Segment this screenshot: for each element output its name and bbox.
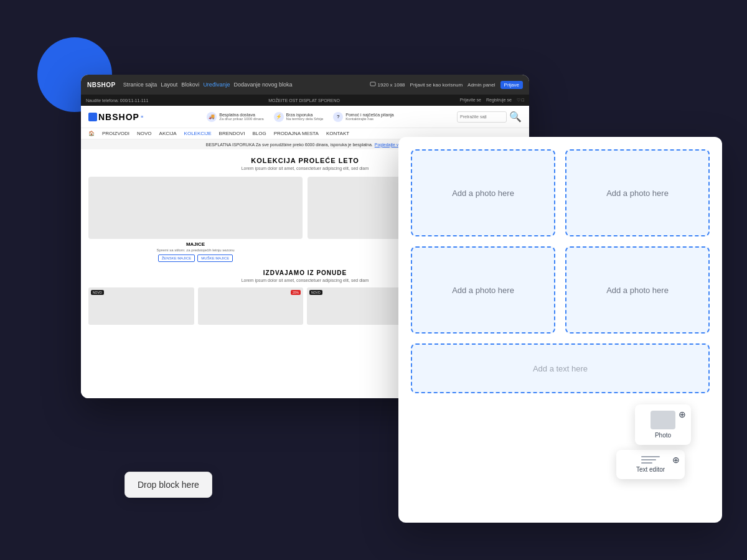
photo-placeholder-2[interactable]: Add a photo here	[565, 149, 710, 236]
photo-placeholder-3[interactable]: Add a photo here	[411, 246, 555, 334]
browser-toolbar: NBSHOP Stranice sajta Layout Blokovi Ure…	[81, 75, 529, 95]
photo-placeholder-1[interactable]: Add a photo here	[411, 149, 555, 236]
nav-novo[interactable]: NOVO	[137, 131, 152, 136]
featured-img-2	[198, 287, 304, 325]
nav-blokovi[interactable]: Blokovi	[181, 82, 199, 88]
photo-move-icon[interactable]: ⊕	[679, 409, 686, 419]
text-editor-area[interactable]: Add a text here	[411, 343, 710, 393]
logo-sup: ≡	[141, 114, 144, 119]
topbar-login[interactable]: Prijavite se	[460, 98, 481, 103]
photo-placeholder-4[interactable]: Add a photo here	[565, 246, 710, 334]
site-header: NBSHOP ≡ 🚚 Besplatna dostava Za druz pri…	[81, 106, 529, 128]
photo-grid: Add a photo here Add a photo here Add a …	[411, 149, 710, 334]
photo-placeholder-text-4: Add a photo here	[606, 286, 669, 295]
featured-item-1: NOVO	[88, 287, 194, 325]
feature-help-text: Pomoć i najčešća pitanja Kontaktirajte n…	[345, 113, 393, 121]
nav-uredjivanje[interactable]: Uređivanje	[203, 82, 230, 88]
text-drag-label: Text editor	[636, 466, 665, 473]
promo-text: BESPLATNA ISPORUKA Za sve porudžbine pre…	[206, 142, 373, 147]
feature-help: ? Pomoć i najčešća pitanja Kontaktirajte…	[333, 112, 393, 122]
nav-blog[interactable]: BLOG	[252, 131, 266, 136]
feature-fast: ⚡ Brza isporuka Na territory dela Srbije	[274, 112, 324, 122]
drag-text-element[interactable]: Text editor ⊕	[616, 450, 685, 479]
fast-icon: ⚡	[274, 112, 284, 122]
action-text: Prijavit se kao korisnum	[410, 82, 463, 88]
nav-kolekcije[interactable]: KOLEKCIJE	[184, 131, 212, 136]
drop-block-label: Drop block here	[138, 480, 199, 490]
topbar-right: Prijavite se Registruje se ♡ □	[460, 98, 524, 103]
nav-prodajna[interactable]: PRODAJNA MESTA	[274, 131, 319, 136]
item-title-1: MAJICE	[88, 241, 303, 247]
badge-novo: NOVO	[91, 290, 104, 295]
badge-novo-2: NOVO	[309, 290, 322, 295]
resolution-display: 1920 x 1088	[370, 82, 405, 88]
text-line-3	[641, 462, 652, 464]
photo-drag-icon	[651, 411, 675, 429]
site-search: 🔍	[457, 111, 522, 123]
text-drag-icon	[641, 456, 660, 464]
logo-icon	[88, 113, 97, 121]
nav-akcija[interactable]: AKCIJA	[159, 131, 177, 136]
feature-fast-text: Brza isporuka Na territory dela Srbije	[286, 113, 324, 121]
browser-logo: NBSHOP	[87, 82, 116, 88]
feature-delivery: 🚚 Besplatna dostava Za druz prikaz 1000 …	[207, 112, 263, 122]
text-line-2	[641, 459, 656, 460]
svg-rect-0	[370, 82, 375, 86]
search-icon[interactable]: 🔍	[509, 111, 522, 123]
topbar-register[interactable]: Registruje se	[486, 98, 512, 103]
feature-delivery-text: Besplatna dostava Za druz prikaz 1000 di…	[219, 113, 263, 121]
item-btns-1: ŽENSKE MAJICE MUŠKE MAJICE	[88, 254, 303, 262]
drag-photo-element[interactable]: Photo ⊕	[635, 404, 691, 445]
photo-drag-label: Photo	[655, 432, 671, 439]
photo-placeholder-text-1: Add a photo here	[452, 189, 514, 198]
photo-placeholder-text-3: Add a photo here	[452, 286, 514, 295]
nav-proizvodi[interactable]: PROIZVODI	[102, 131, 129, 136]
nav-home[interactable]: 🏠	[88, 131, 95, 136]
photo-placeholder-text-2: Add a photo here	[606, 189, 669, 198]
featured-img-1	[88, 287, 194, 325]
nav-kontakt[interactable]: KONTAKT	[326, 131, 349, 136]
admin-panel[interactable]: Admin panel	[467, 82, 495, 88]
zenske-majice-btn[interactable]: ŽENSKE MAJICE	[158, 254, 195, 262]
search-input[interactable]	[457, 111, 507, 123]
nav-dodavanje[interactable]: Dodavanje novog bloka	[233, 82, 292, 88]
topbar-middle: MOŽEITE OST DISPLAT SPORENO	[268, 98, 340, 103]
muske-majice-btn[interactable]: MUŠKE MAJICE	[197, 254, 233, 262]
nav-brendovi[interactable]: BRENDOVI	[219, 131, 245, 136]
browser-nav: Stranice sajta Layout Blokovi Uređivanje…	[123, 82, 293, 88]
featured-item-2: 20%	[198, 287, 304, 325]
header-features: 🚚 Besplatna dostava Za druz prikaz 1000 …	[207, 112, 394, 122]
site-topbar: Naudite telefona: 000/11-11-111 MOŽEITE …	[81, 95, 529, 106]
logo-text: NBSHOP	[98, 112, 139, 122]
text-move-icon[interactable]: ⊕	[672, 455, 680, 465]
collection-image-1	[88, 177, 303, 239]
text-line-1	[641, 456, 660, 457]
featured-img-3	[307, 287, 413, 325]
browser-actions: 1920 x 1088 Prijavit se kao korisnum Adm…	[370, 81, 523, 89]
site-logo: NBSHOP ≡	[88, 112, 144, 122]
prijave-button[interactable]: Prijave	[500, 81, 523, 89]
nav-layout[interactable]: Layout	[161, 82, 177, 88]
topbar-icons: ♡ □	[517, 98, 524, 103]
topbar-phone: Naudite telefona: 000/11-11-111	[86, 98, 148, 103]
help-icon: ?	[333, 112, 343, 122]
text-placeholder: Add a text here	[533, 364, 588, 373]
nav-stranice[interactable]: Stranice sajta	[123, 82, 157, 88]
delivery-icon: 🚚	[207, 112, 217, 122]
badge-sale-1: 20%	[291, 290, 301, 295]
item-desc-1: Spremi sa stilom: za predstojećih letnju…	[88, 248, 303, 252]
drop-block-area[interactable]: Drop block here	[125, 472, 212, 498]
collection-item-1: MAJICE Spremi sa stilom: za predstojećih…	[88, 177, 303, 262]
featured-item-3: NOVO	[307, 287, 413, 325]
